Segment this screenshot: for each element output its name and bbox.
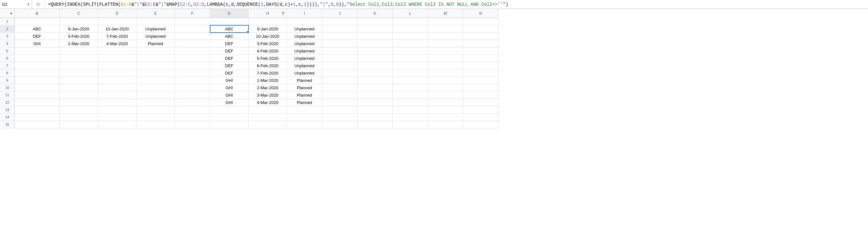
cell-J1[interactable] xyxy=(322,18,358,25)
cell-N7[interactable] xyxy=(463,62,498,69)
cell-G7[interactable]: DEF xyxy=(210,62,249,69)
cell-H2[interactable]: 9-Jan-2020 xyxy=(249,25,287,33)
cell-H3[interactable]: 10-Jan-2020 xyxy=(249,33,287,40)
cell-N2[interactable] xyxy=(463,25,498,33)
row-header-6[interactable]: 6 xyxy=(0,55,15,62)
cell-E15[interactable] xyxy=(136,121,175,128)
cell-F5[interactable] xyxy=(175,47,210,55)
cell-D6[interactable] xyxy=(98,55,136,62)
cell-J12[interactable] xyxy=(322,99,358,106)
cell-B14[interactable] xyxy=(15,113,60,121)
cell-M15[interactable] xyxy=(428,121,463,128)
column-header-M[interactable]: M xyxy=(428,9,463,18)
cell-D11[interactable] xyxy=(98,92,136,99)
row-header-12[interactable]: 12 xyxy=(0,99,15,106)
cell-K2[interactable] xyxy=(358,25,393,33)
cell-I2[interactable]: Unplanned xyxy=(287,25,322,33)
cell-J2[interactable] xyxy=(322,25,358,33)
cell-L14[interactable] xyxy=(393,113,428,121)
cell-I5[interactable]: Unplanned xyxy=(287,47,322,55)
cell-K6[interactable] xyxy=(358,55,393,62)
cell-H9[interactable]: 1-Mar-2020 xyxy=(249,77,287,84)
cell-H13[interactable] xyxy=(249,106,287,113)
cell-B3[interactable]: DEF xyxy=(15,33,60,40)
cell-J8[interactable] xyxy=(322,69,358,77)
cell-M11[interactable] xyxy=(428,92,463,99)
cell-D9[interactable] xyxy=(98,77,136,84)
cell-F10[interactable] xyxy=(175,84,210,92)
column-header-B[interactable]: B xyxy=(15,9,60,18)
cell-I12[interactable]: Planned xyxy=(287,99,322,106)
row-header-5[interactable]: 5 xyxy=(0,47,15,55)
name-box-dropdown-icon[interactable]: ▼ xyxy=(27,3,30,6)
cell-K11[interactable] xyxy=(358,92,393,99)
cell-C5[interactable] xyxy=(60,47,98,55)
cell-M10[interactable] xyxy=(428,84,463,92)
cell-G6[interactable]: DEF xyxy=(210,55,249,62)
cell-L4[interactable] xyxy=(393,40,428,47)
cell-I6[interactable]: Unplanned xyxy=(287,55,322,62)
cell-E14[interactable] xyxy=(136,113,175,121)
cell-K1[interactable] xyxy=(358,18,393,25)
cell-N11[interactable] xyxy=(463,92,498,99)
cell-N1[interactable] xyxy=(463,18,498,25)
cell-D15[interactable] xyxy=(98,121,136,128)
cell-H14[interactable] xyxy=(249,113,287,121)
cell-G2[interactable]: ABC xyxy=(210,25,249,33)
cell-N10[interactable] xyxy=(463,84,498,92)
cell-I14[interactable] xyxy=(287,113,322,121)
cell-B6[interactable] xyxy=(15,55,60,62)
cell-L6[interactable] xyxy=(393,55,428,62)
cell-N3[interactable] xyxy=(463,33,498,40)
cell-M9[interactable] xyxy=(428,77,463,84)
cell-D4[interactable]: 4-Mar-2020 xyxy=(98,40,136,47)
row-header-8[interactable]: 8 xyxy=(0,69,15,77)
cell-L13[interactable] xyxy=(393,106,428,113)
cell-K12[interactable] xyxy=(358,99,393,106)
row-header-11[interactable]: 11 xyxy=(0,92,15,99)
select-all-corner[interactable] xyxy=(0,9,15,18)
cell-K3[interactable] xyxy=(358,33,393,40)
cell-B11[interactable] xyxy=(15,92,60,99)
cell-F7[interactable] xyxy=(175,62,210,69)
cell-F8[interactable] xyxy=(175,69,210,77)
cell-N13[interactable] xyxy=(463,106,498,113)
column-header-J[interactable]: J xyxy=(322,9,358,18)
cell-M3[interactable] xyxy=(428,33,463,40)
cell-I9[interactable]: Planned xyxy=(287,77,322,84)
cell-I11[interactable]: Planned xyxy=(287,92,322,99)
cell-B15[interactable] xyxy=(15,121,60,128)
cell-L3[interactable] xyxy=(393,33,428,40)
cell-E6[interactable] xyxy=(136,55,175,62)
cell-B2[interactable]: ABC xyxy=(15,25,60,33)
cell-E13[interactable] xyxy=(136,106,175,113)
cell-E5[interactable] xyxy=(136,47,175,55)
cell-D13[interactable] xyxy=(98,106,136,113)
cell-L1[interactable] xyxy=(393,18,428,25)
cell-F9[interactable] xyxy=(175,77,210,84)
row-header-7[interactable]: 7 xyxy=(0,62,15,69)
row-header-3[interactable]: 3 xyxy=(0,33,15,40)
cell-D14[interactable] xyxy=(98,113,136,121)
filter-icon[interactable] xyxy=(281,11,285,16)
cell-B4[interactable]: GHI xyxy=(15,40,60,47)
cell-N8[interactable] xyxy=(463,69,498,77)
cell-L10[interactable] xyxy=(393,84,428,92)
column-header-I[interactable]: I xyxy=(287,9,322,18)
cell-I7[interactable]: Unplanned xyxy=(287,62,322,69)
cell-D3[interactable]: 7-Feb-2020 xyxy=(98,33,136,40)
column-header-E[interactable]: E xyxy=(136,9,175,18)
cell-N9[interactable] xyxy=(463,77,498,84)
cell-K15[interactable] xyxy=(358,121,393,128)
row-header-4[interactable]: 4 xyxy=(0,40,15,47)
cell-I1[interactable] xyxy=(287,18,322,25)
cell-K9[interactable] xyxy=(358,77,393,84)
cell-L9[interactable] xyxy=(393,77,428,84)
column-header-C[interactable]: C xyxy=(60,9,98,18)
cell-J3[interactable] xyxy=(322,33,358,40)
cell-L5[interactable] xyxy=(393,47,428,55)
cell-G1[interactable] xyxy=(210,18,249,25)
cell-G9[interactable]: GHI xyxy=(210,77,249,84)
cell-I3[interactable]: Unplanned xyxy=(287,33,322,40)
cell-E11[interactable] xyxy=(136,92,175,99)
